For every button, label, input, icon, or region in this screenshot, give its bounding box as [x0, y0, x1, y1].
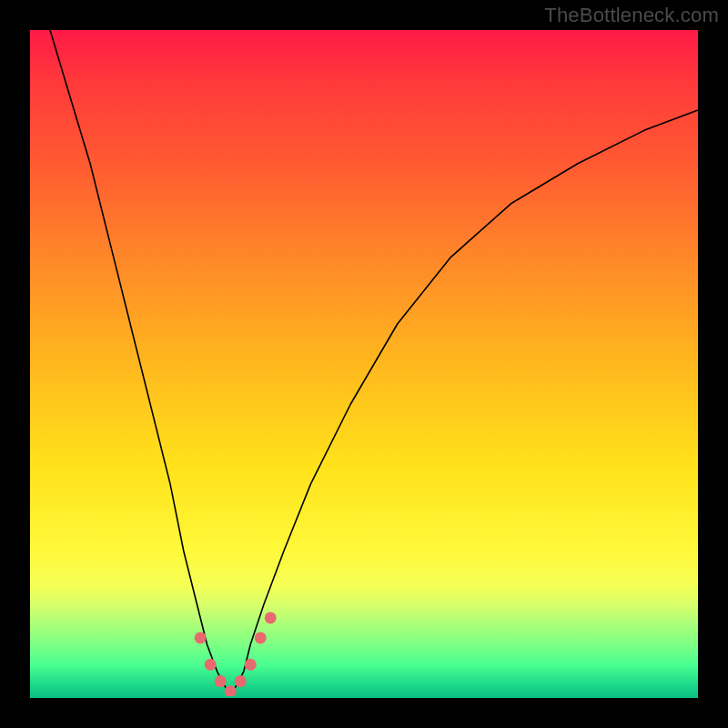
- trough-marker: [245, 659, 257, 671]
- curve-svg: [30, 30, 698, 698]
- baseline-edge: [30, 696, 698, 698]
- trough-marker: [215, 675, 227, 687]
- trough-marker: [255, 632, 267, 643]
- trough-markers: [195, 612, 277, 697]
- trough-marker: [195, 632, 207, 643]
- bottleneck-curve: [50, 30, 698, 694]
- watermark-text: TheBottleneck.com: [544, 4, 719, 27]
- trough-marker: [235, 675, 247, 687]
- trough-marker: [265, 612, 277, 623]
- plot-area: [30, 30, 698, 698]
- trough-marker: [205, 659, 217, 671]
- chart-frame: TheBottleneck.com: [0, 0, 728, 728]
